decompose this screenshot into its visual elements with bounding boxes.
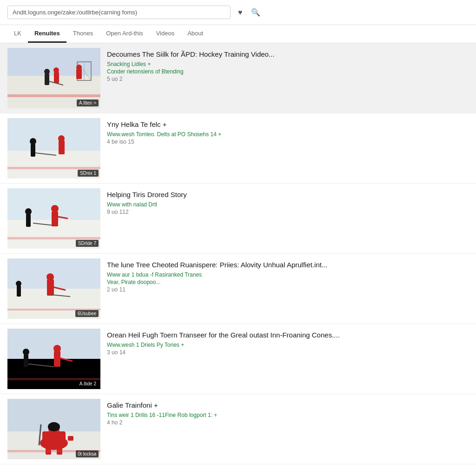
result-title-2: Yny Helka Te felc +: [107, 120, 469, 129]
result-url-3: Www with nalad Drtl: [107, 201, 469, 208]
svg-point-36: [46, 273, 54, 281]
svg-point-54: [48, 422, 60, 431]
search-icon[interactable]: 🔍: [249, 6, 262, 19]
svg-rect-21: [7, 167, 100, 169]
result-item[interactable]: SDrlde 7 Helping Tiris Drored Story Www …: [0, 184, 476, 254]
thumbnail-2: SDnix 1: [7, 118, 100, 178]
thumbnail-label-1: A.ltten >: [77, 99, 99, 106]
svg-point-27: [51, 205, 59, 212]
thumbnail-1: A.ltten >: [7, 48, 100, 108]
result-info-3: Helping Tiris Drored Story Www with nala…: [107, 188, 469, 215]
thumbnail-4: 6Usubee: [7, 258, 100, 319]
svg-rect-55: [68, 436, 73, 441]
svg-point-8: [44, 69, 50, 74]
result-title-1: Decoumes The Siilk for ÃPD: Hockey Train…: [107, 50, 469, 59]
thumbnail-6: 0t locksa: [7, 399, 100, 459]
search-input-wrapper[interactable]: [7, 6, 231, 19]
result-item[interactable]: A.ltide 2 Orean Heil Fugh Toern Transeer…: [0, 324, 476, 394]
svg-rect-42: [24, 354, 28, 367]
svg-rect-26: [52, 212, 58, 226]
svg-rect-57: [46, 444, 51, 455]
result-meta-2: 4 be iso 15: [107, 139, 469, 145]
result-item[interactable]: 6Usubee The lune Tree Cheoted Ruanispere…: [0, 254, 476, 324]
result-meta-4: 2 uo 11: [107, 286, 469, 293]
svg-rect-5: [76, 69, 82, 79]
svg-point-43: [23, 349, 29, 355]
result-info-2: Yny Helka Te felc + Www.wesh Tomleo. Del…: [107, 118, 469, 145]
svg-rect-44: [54, 351, 60, 367]
tab-open-ard-this[interactable]: Open Ard-this: [99, 25, 150, 43]
result-url-sub-4: Vear, Pirate doopoo...: [107, 279, 469, 285]
svg-rect-7: [45, 73, 49, 85]
result-url-1: Snacking Lidles +: [107, 61, 469, 67]
tab-renuites[interactable]: Renuites: [28, 25, 66, 43]
result-title-3: Helping Tiris Drored Story: [107, 190, 469, 199]
result-title-4: The lune Tree Cheoted Ruanispere: Priies…: [107, 260, 469, 270]
result-url-sub-1: Conder rietonsiens of Btending: [107, 68, 469, 75]
search-icons: ♥ 🔍: [236, 6, 262, 19]
heart-icon[interactable]: ♥: [236, 7, 245, 19]
result-item[interactable]: SDnix 1 Yny Helka Te felc + Www.wesh Tom…: [0, 113, 476, 184]
search-bar: ♥ 🔍: [0, 0, 476, 25]
nav-tabs: LK Renuites Thones Open Ard-this Videos …: [0, 25, 476, 43]
tab-videos[interactable]: Videos: [150, 25, 181, 43]
svg-rect-33: [17, 285, 21, 297]
svg-point-10: [53, 67, 59, 73]
result-meta-3: 9 uo 112: [107, 209, 469, 215]
result-meta-1: 5 uo 2: [107, 76, 469, 82]
result-title-5: Orean Heil Fugh Toern Transeer for the G…: [107, 331, 469, 340]
result-title-6: Galie Trainfoni +: [107, 401, 469, 410]
result-item[interactable]: A.ltten > Decoumes The Siilk for ÃPD: Ho…: [0, 43, 476, 113]
thumbnail-label-4: 6Usubee: [75, 310, 99, 317]
svg-point-25: [25, 208, 32, 215]
svg-point-45: [53, 345, 61, 352]
result-meta-6: 4 ho 2: [107, 419, 469, 426]
result-meta-5: 3 uo 14: [107, 349, 469, 356]
result-url-4: Www aur 1 bdua -f Rasiranked Tranes: [107, 271, 469, 278]
result-info-5: Orean Heil Fugh Toern Transeer for the G…: [107, 329, 469, 356]
svg-rect-9: [54, 72, 59, 83]
thumbnail-5: A.ltide 2: [7, 329, 100, 389]
search-input[interactable]: [13, 9, 225, 16]
results-list: A.ltten > Decoumes The Siilk for ÃPD: Ho…: [0, 43, 476, 464]
svg-point-18: [58, 135, 65, 142]
thumbnail-label-6: 0t locksa: [76, 450, 99, 457]
result-info-1: Decoumes The Siilk for ÃPD: Hockey Train…: [107, 48, 469, 82]
svg-rect-19: [61, 144, 63, 152]
result-info-6: Galie Trainfoni + Tins weir 1 Drilis 16 …: [107, 399, 469, 426]
svg-point-16: [30, 138, 36, 145]
thumbnail-label-3: SDrlde 7: [76, 240, 99, 247]
svg-point-34: [16, 281, 21, 286]
result-item[interactable]: 0t locksa Galie Trainfoni + Tins weir 1 …: [0, 394, 476, 464]
svg-rect-30: [7, 237, 100, 239]
thumbnail-3: SDrlde 7: [7, 188, 100, 249]
svg-point-6: [76, 65, 82, 70]
svg-rect-58: [57, 444, 62, 455]
result-url-5: Www.wesh 1 Driels Py Tories +: [107, 342, 469, 348]
thumbnail-label-2: SDnix 1: [78, 170, 99, 177]
result-url-6: Tins weir 1 Drilis 16 -11Fine Rob logpor…: [107, 412, 469, 418]
tab-about[interactable]: About: [181, 25, 210, 43]
tab-thones[interactable]: Thones: [66, 25, 99, 43]
svg-rect-15: [31, 144, 35, 157]
result-info-4: The lune Tree Cheoted Ruanispere: Priies…: [107, 258, 469, 293]
tab-lk[interactable]: LK: [7, 25, 28, 43]
thumbnail-label-5: A.ltide 2: [77, 380, 99, 387]
svg-rect-12: [7, 94, 100, 97]
result-url-2: Www.wesh Tomleo. Delts at PO Shosehs 14 …: [107, 131, 469, 138]
svg-rect-24: [26, 214, 31, 227]
